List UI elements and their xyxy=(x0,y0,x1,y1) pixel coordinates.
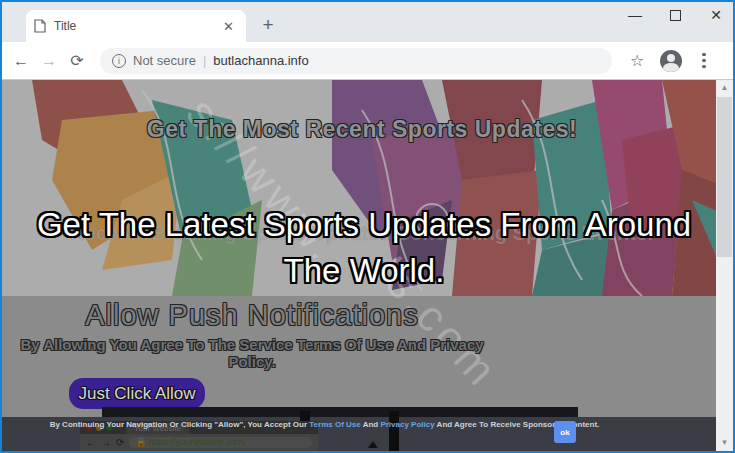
window-controls: — ✕ xyxy=(626,6,725,24)
forward-icon[interactable]: → xyxy=(38,52,60,70)
ok-button[interactable]: ok xyxy=(554,421,576,443)
headline-main: Get The Latest Sports Updates From Aroun… xyxy=(19,202,709,294)
address-bar[interactable]: i Not secure | butlachanna.info xyxy=(100,48,612,74)
url-text: butlachanna.info xyxy=(213,53,308,68)
mock-back-icon: ← xyxy=(86,437,96,448)
scrollbar-thumb[interactable] xyxy=(717,97,732,257)
consent-text-part: By Continuing Your Navigation Or Clickin… xyxy=(50,420,310,429)
terms-of-use-link[interactable]: Terms Of Use xyxy=(309,420,360,429)
just-click-allow-button[interactable]: Just Click Allow xyxy=(69,378,205,409)
toolbar-right: ☆ xyxy=(630,50,710,72)
consent-text: By Continuing Your Navigation Or Clickin… xyxy=(2,420,647,429)
privacy-policy-link[interactable]: Privacy Policy xyxy=(380,420,434,429)
back-icon[interactable]: ← xyxy=(10,52,32,70)
page-favicon-icon xyxy=(34,19,46,33)
allow-notifications-title: Allow Push Notifications xyxy=(2,299,502,332)
consent-bar: Your Website ← → ⟳ 🔒https://yourwebsite.… xyxy=(2,417,733,451)
info-icon[interactable]: i xyxy=(112,54,126,68)
browser-window: Title ✕ + — ✕ ← → ⟳ i Not secure | butla… xyxy=(0,0,735,453)
menu-dots-icon[interactable] xyxy=(698,53,710,69)
background-triangle xyxy=(368,441,378,448)
minimize-button[interactable]: — xyxy=(626,6,644,24)
browser-toolbar: ← → ⟳ i Not secure | butlachanna.info ☆ xyxy=(2,42,733,80)
consent-text-part: And xyxy=(361,420,381,429)
headline-small: Get The Most Recent Sports Updates! xyxy=(2,116,722,143)
profile-avatar-icon[interactable] xyxy=(660,50,682,72)
tab-title: Title xyxy=(54,19,211,33)
mock-address-bar: ← → ⟳ 🔒https://yourwebsite.com/ xyxy=(80,434,318,451)
page-content: s://www. ls.com Get The Most Recent Spor… xyxy=(2,80,733,451)
allow-notifications-subtitle: By Allowing You Agree To The Service Ter… xyxy=(2,336,502,370)
tab-close-icon[interactable]: ✕ xyxy=(219,19,238,34)
scroll-up-arrow-icon[interactable]: ▲ xyxy=(716,80,733,96)
background-vertical-bar xyxy=(389,411,399,451)
close-button[interactable]: ✕ xyxy=(707,6,725,24)
scroll-down-arrow-icon[interactable]: ▼ xyxy=(716,435,733,451)
page-scrollbar[interactable]: ▲ ▼ xyxy=(716,80,733,451)
reload-icon[interactable]: ⟳ xyxy=(66,51,88,70)
browser-tab[interactable]: Title ✕ xyxy=(26,10,246,42)
mock-url-text: 🔒https://yourwebsite.com/ xyxy=(129,437,312,448)
mock-reload-icon: ⟳ xyxy=(116,437,124,448)
maximize-button[interactable] xyxy=(670,10,681,21)
titlebar: Title ✕ + — ✕ xyxy=(2,2,733,42)
url-divider: | xyxy=(203,53,206,68)
bookmark-star-icon[interactable]: ☆ xyxy=(630,51,644,70)
mock-forward-icon: → xyxy=(101,437,111,448)
mock-lock-icon: 🔒 xyxy=(135,437,146,447)
new-tab-button[interactable]: + xyxy=(254,12,282,40)
security-label: Not secure xyxy=(133,53,196,68)
